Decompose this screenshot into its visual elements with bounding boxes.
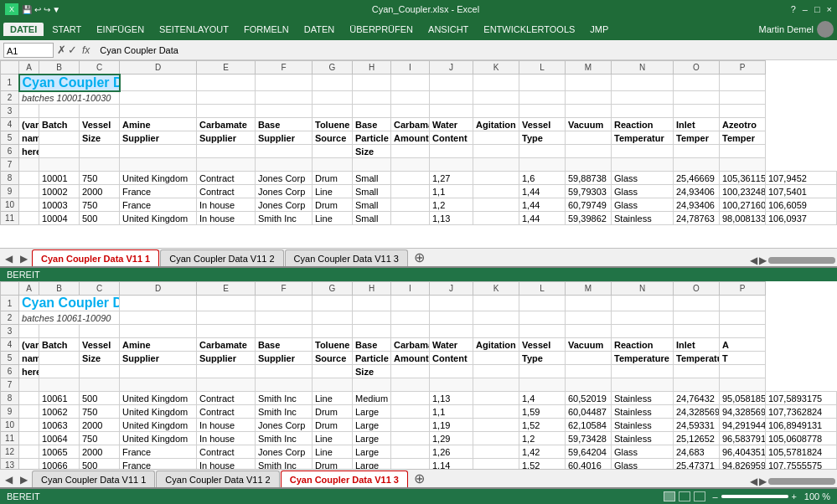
col-i-header[interactable]: I bbox=[391, 61, 430, 75]
cell-e2[interactable] bbox=[197, 91, 256, 105]
col-b-header[interactable]: B bbox=[39, 61, 80, 75]
sheet-tab-v11-2-pane1[interactable]: Cyan Coupler Data V11 2 bbox=[160, 249, 283, 266]
col-e-header[interactable]: E bbox=[197, 61, 256, 75]
cell-l4[interactable]: Vessel bbox=[519, 118, 566, 131]
zoom-minus[interactable]: – bbox=[712, 491, 717, 501]
cell-f2[interactable] bbox=[256, 91, 313, 105]
col-c-header[interactable]: C bbox=[80, 61, 120, 75]
add-sheet-1[interactable]: ⊕ bbox=[409, 249, 430, 266]
tab-datei[interactable]: DATEI bbox=[3, 23, 44, 36]
col-d-header[interactable]: D bbox=[120, 61, 197, 75]
help-icon[interactable]: ? bbox=[791, 4, 796, 14]
col-m-header[interactable]: M bbox=[566, 61, 612, 75]
cancel-formula-icon[interactable]: ✗ bbox=[57, 44, 66, 56]
scroll-right-icon[interactable]: ▶ bbox=[759, 255, 767, 266]
page-break-icon[interactable] bbox=[694, 491, 705, 501]
add-sheet-2[interactable]: ⊕ bbox=[409, 471, 430, 487]
sheet-tab-v11-1-pane1[interactable]: Cyan Coupler Data V11 1 bbox=[32, 249, 159, 266]
tab-einfugen[interactable]: EINFÜGEN bbox=[90, 23, 151, 36]
cell-e1[interactable] bbox=[197, 75, 256, 91]
cell-a1-p2[interactable]: Cyan Coupler Data bbox=[19, 296, 120, 311]
cell-n1[interactable] bbox=[612, 75, 674, 91]
tab-seitenlayout[interactable]: SEITENLAYOUT bbox=[152, 23, 235, 36]
col-f-header[interactable]: F bbox=[256, 61, 313, 75]
sheet-tab-v11-3-pane1[interactable]: Cyan Coupler Data V11 3 bbox=[285, 249, 408, 266]
normal-view-icon[interactable] bbox=[664, 491, 675, 501]
formula-content[interactable]: Cyan Coupler Data bbox=[96, 45, 834, 55]
cell-l1[interactable] bbox=[519, 75, 566, 91]
name-box[interactable]: A1 bbox=[3, 43, 54, 58]
tab-entwicklertools[interactable]: ENTWICKLERTOOLS bbox=[477, 23, 581, 36]
cell-h1[interactable] bbox=[353, 75, 391, 91]
cell-g2[interactable] bbox=[313, 91, 353, 105]
cell-j2[interactable] bbox=[430, 91, 473, 105]
restore-button[interactable]: □ bbox=[814, 4, 820, 14]
cell-f1[interactable] bbox=[256, 75, 313, 91]
tab-jmp[interactable]: JMP bbox=[583, 23, 615, 36]
tab-scroll-right-2[interactable]: ▶ bbox=[17, 472, 31, 487]
cell-p2[interactable] bbox=[720, 91, 766, 105]
tab-formeln[interactable]: FORMELN bbox=[237, 23, 296, 36]
cell-a1[interactable]: Cyan Coupler Data bbox=[19, 75, 120, 91]
sheet-tab-v11-1-pane2[interactable]: Cyan Coupler Data V11 1 bbox=[32, 471, 155, 487]
cell-d1[interactable] bbox=[120, 75, 197, 91]
tab-uberprufen[interactable]: ÜBERPRÜFEN bbox=[343, 23, 420, 36]
cell-n2[interactable] bbox=[612, 91, 674, 105]
cell-a4[interactable]: (variable bbox=[19, 118, 39, 131]
cell-a2[interactable]: batches 10001-10030 bbox=[19, 91, 120, 105]
cell-e4[interactable]: Carbamate bbox=[197, 118, 256, 131]
tab-scroll-left-2[interactable]: ◀ bbox=[2, 472, 16, 487]
close-button[interactable]: × bbox=[827, 4, 832, 14]
cell-d4[interactable]: Amine bbox=[120, 118, 197, 131]
cell-m1[interactable] bbox=[566, 75, 612, 91]
cell-m2[interactable] bbox=[566, 91, 612, 105]
cell-h4[interactable]: Base bbox=[353, 118, 391, 131]
cell-f4[interactable]: Base bbox=[256, 118, 313, 131]
cell-p4[interactable]: Azeotro bbox=[720, 118, 766, 131]
cell-j4[interactable]: Water bbox=[430, 118, 473, 131]
scroll-left-icon[interactable]: ◀ bbox=[750, 255, 757, 266]
col-j-header[interactable]: J bbox=[430, 61, 473, 75]
scroll-right-icon-2[interactable]: ▶ bbox=[759, 476, 767, 487]
cell-g4[interactable]: Toluene bbox=[313, 118, 353, 131]
cell-i2[interactable] bbox=[391, 91, 430, 105]
tab-scroll-right-1[interactable]: ▶ bbox=[17, 251, 31, 266]
cell-k1[interactable] bbox=[473, 75, 519, 91]
cell-b4[interactable]: Batch bbox=[39, 118, 80, 131]
cell-k2[interactable] bbox=[473, 91, 519, 105]
col-h-header[interactable]: H bbox=[353, 61, 391, 75]
col-g-header[interactable]: G bbox=[313, 61, 353, 75]
col-o-header[interactable]: O bbox=[674, 61, 720, 75]
tab-daten[interactable]: DATEN bbox=[297, 23, 341, 36]
scroll-left-icon-2[interactable]: ◀ bbox=[750, 476, 757, 487]
sheet-tab-v11-3-pane2[interactable]: Cyan Coupler Data V11 3 bbox=[281, 471, 408, 487]
col-a-header[interactable]: A bbox=[19, 61, 39, 75]
sheet-tab-v11-2-pane2[interactable]: Cyan Coupler Data V11 2 bbox=[156, 471, 279, 487]
minimize-button[interactable]: – bbox=[803, 4, 808, 14]
tab-scroll-left-1[interactable]: ◀ bbox=[2, 251, 16, 266]
zoom-plus[interactable]: + bbox=[792, 491, 797, 501]
zoom-track[interactable] bbox=[721, 495, 788, 498]
cell-o2[interactable] bbox=[674, 91, 720, 105]
cell-l2[interactable] bbox=[519, 91, 566, 105]
cell-i4[interactable]: Carbamate bbox=[391, 118, 430, 131]
confirm-formula-icon[interactable]: ✓ bbox=[68, 44, 77, 56]
cell-h2[interactable] bbox=[353, 91, 391, 105]
cell-g1[interactable] bbox=[313, 75, 353, 91]
cell-m4[interactable]: Vacuum bbox=[566, 118, 612, 131]
tab-start[interactable]: START bbox=[45, 23, 88, 36]
cell-n4[interactable]: Reaction bbox=[612, 118, 674, 131]
cell-i1[interactable] bbox=[391, 75, 430, 91]
cell-c4[interactable]: Vessel bbox=[80, 118, 120, 131]
col-l-header[interactable]: L bbox=[519, 61, 566, 75]
cell-k4[interactable]: Agitation bbox=[473, 118, 519, 131]
cell-j1[interactable] bbox=[430, 75, 473, 91]
cell-a3[interactable] bbox=[19, 105, 39, 118]
cell-a2-p2[interactable]: batches 10061-10090 bbox=[19, 311, 120, 325]
col-p-header[interactable]: P bbox=[720, 61, 766, 75]
col-n-header[interactable]: N bbox=[612, 61, 674, 75]
col-k-header[interactable]: K bbox=[473, 61, 519, 75]
cell-o1[interactable] bbox=[674, 75, 720, 91]
cell-o4[interactable]: Inlet bbox=[674, 118, 720, 131]
cell-d2[interactable] bbox=[120, 91, 197, 105]
